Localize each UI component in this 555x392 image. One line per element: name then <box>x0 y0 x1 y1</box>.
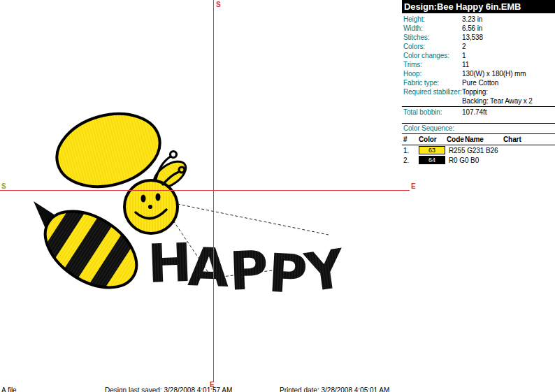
info-row-colors: Colors: 2 <box>402 42 555 51</box>
info-row-height: Height: 3.23 in <box>402 15 555 24</box>
info-row-stitches: Stitches: 13,538 <box>402 33 555 42</box>
color-sequence-header: Color Sequence: <box>402 123 555 134</box>
bee-happy-design[interactable]: H A P P Y <box>0 0 402 392</box>
footer-printed-date: Printed date: 3/28/2008 4:05:01 AM <box>280 386 389 392</box>
color-sequence-table-header: # Color Code Name Chart <box>402 135 555 145</box>
separator-line <box>402 106 555 107</box>
bee-eye-right <box>156 194 161 201</box>
happy-letter: H <box>147 231 194 295</box>
start-marker-top: S <box>216 1 221 8</box>
info-row-width: Width: 6.56 in <box>402 24 555 33</box>
happy-lettering: H A P P Y <box>147 231 349 306</box>
happy-letter: P <box>229 239 270 303</box>
print-preview-page: S S E E <box>0 0 555 392</box>
column-header-number: # <box>403 135 419 145</box>
design-info-panel: Design:Bee Happy 6in.EMB Height: 3.23 in… <box>402 0 555 392</box>
color-row-number: 2. <box>403 157 419 164</box>
info-row-fabric-type: Fabric type: Pure Cotton <box>402 78 555 87</box>
info-row-stabilizer-backing: Backing: Tear Away x 2 <box>402 96 555 106</box>
crosshair-vertical-line <box>213 0 214 382</box>
color-row-number: 1. <box>403 147 419 154</box>
end-marker-right: E <box>411 183 416 190</box>
bee-eye-left <box>141 195 146 203</box>
color-sequence-row: 1. 63 R255 G231 B26 <box>402 145 555 155</box>
column-header-code: Code <box>447 135 465 145</box>
crosshair-horizontal-line <box>0 190 410 191</box>
info-row-color-changes: Color changes: 1 <box>402 51 555 60</box>
bee-head <box>124 180 178 233</box>
info-row-stabilizer-topping: Required stabilizer: Topping: <box>402 87 555 96</box>
bee-nose <box>148 205 152 209</box>
design-title: Design:Bee Happy 6in.EMB <box>402 0 555 13</box>
column-header-color: Color <box>419 135 447 145</box>
info-row-total-bobbin: Total bobbin: 107.74ft <box>402 108 555 117</box>
footer-file-text: A file <box>1 386 17 392</box>
start-marker-left: S <box>1 183 6 190</box>
happy-letter: Y <box>301 237 349 304</box>
color-swatch-yellow: 63 <box>419 146 445 154</box>
column-header-name: Name <box>465 135 503 145</box>
end-marker-bottom: E <box>210 382 215 389</box>
color-sequence-row: 2. 64 R0 G0 B0 <box>402 155 555 165</box>
color-row-name: R255 G231 B26 <box>449 147 498 154</box>
color-row-name: R0 G0 B0 <box>449 157 479 164</box>
color-swatch-black: 64 <box>419 156 445 164</box>
column-header-chart: Chart <box>503 135 554 145</box>
design-properties: Height: 3.23 in Width: 6.56 in Stitches:… <box>402 15 555 117</box>
happy-letter: A <box>187 235 230 299</box>
info-row-hoop: Hoop: 130(W) x 180(H) mm <box>402 69 555 78</box>
info-row-trims: Trims: 11 <box>402 60 555 69</box>
